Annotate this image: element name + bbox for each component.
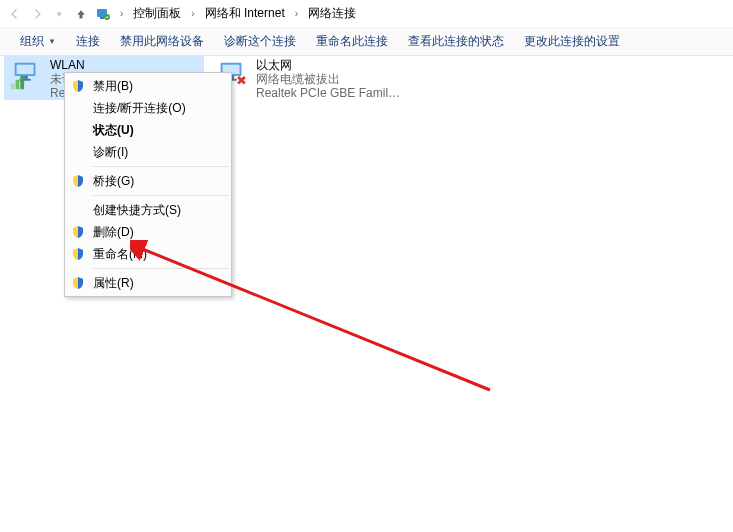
- context-menu: 禁用(B) 连接/断开连接(O) 状态(U) 诊断(I) 桥接(G) 创建快捷方…: [64, 72, 232, 297]
- separator-icon: ›: [116, 8, 127, 19]
- rename-button[interactable]: 重命名此连接: [306, 28, 398, 55]
- menu-connect-disconnect[interactable]: 连接/断开连接(O): [65, 97, 231, 119]
- menu-label: 诊断(I): [93, 144, 128, 161]
- view-status-button[interactable]: 查看此连接的状态: [398, 28, 514, 55]
- menu-status[interactable]: 状态(U): [65, 119, 231, 141]
- address-bar: ▾ › 控制面板 › 网络和 Internet › 网络连接: [0, 0, 733, 28]
- menu-label: 桥接(G): [93, 173, 134, 190]
- connection-status: 网络电缆被拔出: [256, 72, 406, 86]
- shield-icon: [71, 276, 85, 290]
- menu-label: 属性(R): [93, 275, 134, 292]
- menu-create-shortcut[interactable]: 创建快捷方式(S): [65, 199, 231, 221]
- diagnose-button[interactable]: 诊断这个连接: [214, 28, 306, 55]
- menu-label: 重命名(M): [93, 246, 147, 263]
- menu-label: 创建快捷方式(S): [93, 202, 181, 219]
- menu-delete[interactable]: 删除(D): [65, 221, 231, 243]
- menu-disable[interactable]: 禁用(B): [65, 75, 231, 97]
- change-settings-button[interactable]: 更改此连接的设置: [514, 28, 630, 55]
- forward-button[interactable]: [28, 5, 46, 23]
- menu-label: 连接/断开连接(O): [93, 100, 186, 117]
- connection-adapter: Realtek PCIe GBE Family Contr...: [256, 86, 406, 100]
- svg-rect-7: [11, 84, 15, 90]
- shield-icon: [71, 225, 85, 239]
- breadcrumb-network-connections[interactable]: 网络连接: [306, 5, 358, 22]
- organize-button[interactable]: 组织 ▼: [10, 28, 66, 55]
- shield-icon: [71, 174, 85, 188]
- control-panel-icon: [94, 5, 112, 23]
- svg-rect-8: [16, 80, 20, 89]
- disable-device-button[interactable]: 禁用此网络设备: [110, 28, 214, 55]
- menu-rename[interactable]: 重命名(M): [65, 243, 231, 265]
- svg-rect-1: [100, 17, 104, 19]
- recent-dropdown[interactable]: ▾: [50, 5, 68, 23]
- up-button[interactable]: [72, 5, 90, 23]
- svg-rect-4: [17, 65, 34, 74]
- menu-diagnose[interactable]: 诊断(I): [65, 141, 231, 163]
- breadcrumb-control-panel[interactable]: 控制面板: [131, 5, 183, 22]
- menu-label: 状态(U): [93, 122, 134, 139]
- change-settings-label: 更改此连接的设置: [524, 33, 620, 50]
- connect-button[interactable]: 连接: [66, 28, 110, 55]
- rename-label: 重命名此连接: [316, 33, 388, 50]
- diagnose-label: 诊断这个连接: [224, 33, 296, 50]
- connection-ethernet[interactable]: 以太网 网络电缆被拔出 Realtek PCIe GBE Family Cont…: [210, 56, 410, 100]
- menu-label: 删除(D): [93, 224, 134, 241]
- shield-icon: [71, 79, 85, 93]
- shield-icon: [71, 247, 85, 261]
- connect-label: 连接: [76, 33, 100, 50]
- back-button[interactable]: [6, 5, 24, 23]
- connections-pane: WLAN 未识别的网络 Rea... 以太网 网络电缆被拔出 Realtek P…: [0, 56, 733, 64]
- connection-name: WLAN: [50, 58, 200, 72]
- menu-bridge[interactable]: 桥接(G): [65, 170, 231, 192]
- toolbar: 组织 ▼ 连接 禁用此网络设备 诊断这个连接 重命名此连接 查看此连接的状态 更…: [0, 28, 733, 56]
- connection-body: 以太网 网络电缆被拔出 Realtek PCIe GBE Family Cont…: [256, 58, 406, 100]
- menu-separator: [93, 166, 229, 167]
- breadcrumb-network-internet[interactable]: 网络和 Internet: [203, 5, 287, 22]
- menu-separator: [93, 268, 229, 269]
- wlan-icon: [8, 58, 44, 94]
- chevron-down-icon: ▼: [48, 37, 56, 46]
- view-status-label: 查看此连接的状态: [408, 33, 504, 50]
- connection-name: 以太网: [256, 58, 406, 72]
- svg-rect-9: [20, 76, 24, 89]
- menu-label: 禁用(B): [93, 78, 133, 95]
- disable-device-label: 禁用此网络设备: [120, 33, 204, 50]
- menu-properties[interactable]: 属性(R): [65, 272, 231, 294]
- menu-separator: [93, 195, 229, 196]
- separator-icon: ›: [291, 8, 302, 19]
- organize-label: 组织: [20, 33, 44, 50]
- separator-icon: ›: [187, 8, 198, 19]
